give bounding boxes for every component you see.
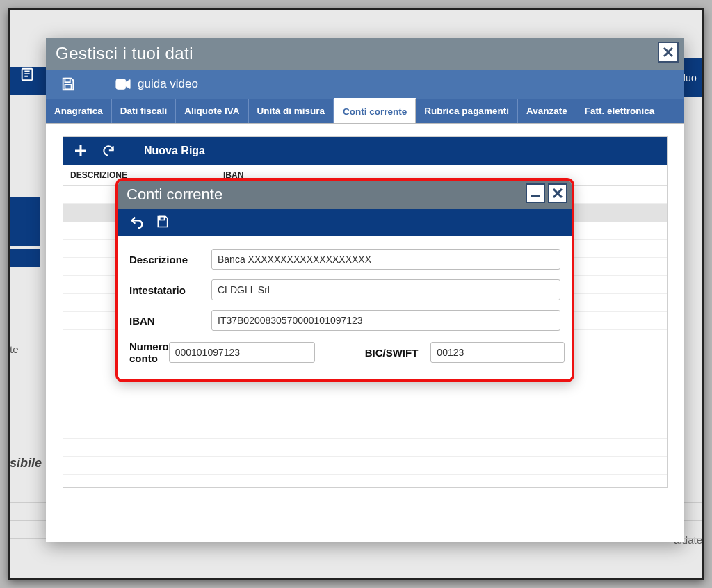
tab-label: Rubrica pagamenti bbox=[424, 106, 509, 116]
tab-unita-misura[interactable]: Unità di misura bbox=[249, 99, 334, 123]
close-icon bbox=[552, 188, 563, 199]
inner-titlebar: Conti corrente bbox=[118, 181, 572, 209]
dialog-titlebar: Gestisci i tuoi dati bbox=[46, 38, 684, 70]
undo-icon bbox=[129, 215, 145, 230]
save-icon bbox=[156, 215, 170, 229]
svg-rect-3 bbox=[116, 79, 126, 90]
dialog-tabs: Anagrafica Dati fiscali Aliquote IVA Uni… bbox=[46, 99, 684, 124]
bic-swift-input[interactable] bbox=[430, 342, 565, 363]
tab-avanzate[interactable]: Avanzate bbox=[518, 99, 576, 123]
bg-truncated-text-1: te bbox=[10, 343, 19, 355]
plus-icon bbox=[74, 144, 88, 158]
tab-label: Unità di misura bbox=[257, 106, 325, 116]
grid-toolbar: Nuova Riga bbox=[63, 137, 667, 165]
tab-dati-fiscali[interactable]: Dati fiscali bbox=[112, 99, 177, 123]
iban-label: IBAN bbox=[129, 315, 211, 327]
tab-rubrica-pagamenti[interactable]: Rubrica pagamenti bbox=[416, 99, 518, 123]
save-icon bbox=[60, 76, 76, 92]
manage-data-dialog: Gestisci i tuoi dati guida video Anagraf… bbox=[46, 38, 684, 542]
inner-undo-button[interactable] bbox=[129, 215, 145, 230]
svg-rect-4 bbox=[160, 217, 165, 220]
conti-corrente-dialog: Conti corrente bbox=[115, 178, 574, 382]
numero-conto-input[interactable] bbox=[169, 342, 315, 363]
video-guide-label: guida video bbox=[138, 77, 198, 91]
close-icon bbox=[662, 46, 674, 58]
inner-save-button[interactable] bbox=[156, 215, 171, 230]
tab-label: Avanzate bbox=[526, 106, 567, 116]
tab-conti-corrente[interactable]: Conti corrente bbox=[334, 98, 416, 123]
inner-form: Descrizione Intestatario IBAN Numero con… bbox=[118, 236, 572, 379]
tab-fatt-elettronica[interactable]: Fatt. elettronica bbox=[576, 99, 664, 123]
numero-conto-label: Numero conto bbox=[129, 341, 169, 364]
tab-anagrafica[interactable]: Anagrafica bbox=[46, 99, 112, 123]
svg-rect-1 bbox=[65, 79, 70, 83]
bg-truncated-text-2: sibile bbox=[10, 456, 42, 471]
dialog-toolbar: guida video bbox=[46, 70, 684, 99]
descrizione-input[interactable] bbox=[211, 249, 560, 270]
tab-label: Anagrafica bbox=[54, 106, 103, 116]
minimize-icon bbox=[530, 188, 541, 199]
iban-input[interactable] bbox=[211, 310, 560, 331]
tab-aliquote-iva[interactable]: Aliquote IVA bbox=[176, 99, 248, 123]
video-icon bbox=[115, 78, 131, 90]
svg-rect-2 bbox=[65, 85, 71, 89]
inner-minimize-button[interactable] bbox=[526, 183, 545, 203]
dialog-close-button[interactable] bbox=[658, 42, 679, 63]
save-button[interactable] bbox=[60, 76, 76, 92]
grid-toolbar-title: Nuova Riga bbox=[144, 145, 205, 157]
bic-swift-label: BIC/SWIFT bbox=[365, 347, 419, 359]
intestatario-label: Intestatario bbox=[129, 284, 211, 296]
inner-close-button[interactable] bbox=[548, 183, 567, 203]
refresh-icon bbox=[102, 144, 115, 158]
tab-label: Conti corrente bbox=[343, 106, 407, 117]
refresh-button[interactable] bbox=[101, 143, 116, 158]
add-row-button[interactable] bbox=[73, 143, 88, 158]
tab-label: Aliquote IVA bbox=[184, 106, 239, 116]
tab-body: Nuova Riga DESCRIZIONE IBAN Conti corren… bbox=[46, 124, 684, 542]
descrizione-label: Descrizione bbox=[129, 254, 211, 266]
tab-label: Fatt. elettronica bbox=[585, 106, 655, 116]
bg-toolbar-icon bbox=[19, 67, 44, 95]
tab-label: Dati fiscali bbox=[120, 106, 168, 116]
dialog-title-text: Gestisci i tuoi dati bbox=[56, 44, 193, 63]
intestatario-input[interactable] bbox=[211, 279, 560, 300]
video-guide-button[interactable]: guida video bbox=[115, 77, 198, 91]
inner-toolbar bbox=[118, 209, 572, 236]
inner-title-text: Conti corrente bbox=[127, 186, 222, 204]
